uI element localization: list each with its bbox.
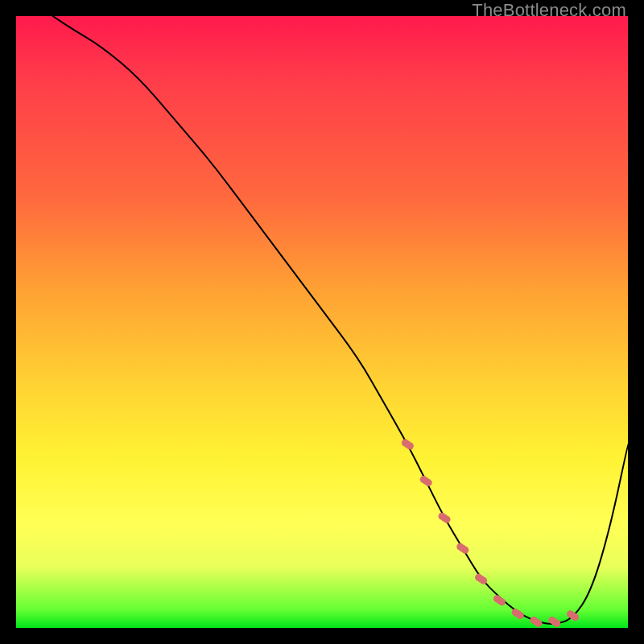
chart-stage: TheBottleneck.com bbox=[0, 0, 644, 644]
plot-area bbox=[16, 16, 628, 628]
watermark-text: TheBottleneck.com bbox=[472, 0, 626, 21]
